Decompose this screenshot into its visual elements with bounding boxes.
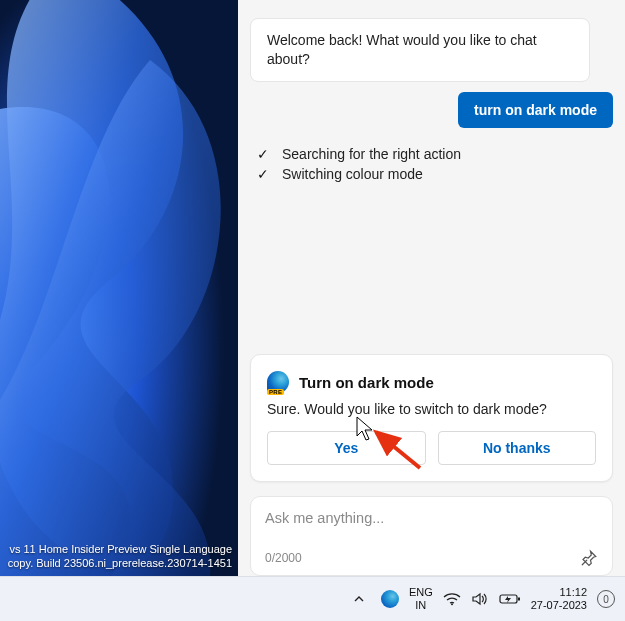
pin-icon[interactable] bbox=[580, 549, 598, 567]
notification-center-button[interactable]: 0 bbox=[597, 577, 615, 621]
tray-edge-icon[interactable] bbox=[381, 577, 399, 621]
chevron-up-icon bbox=[353, 593, 365, 605]
yes-button[interactable]: Yes bbox=[267, 431, 426, 465]
build-watermark: vs 11 Home Insider Preview Single Langua… bbox=[8, 542, 232, 570]
copilot-chat-panel: Welcome back! What would you like to cha… bbox=[238, 0, 625, 576]
no-thanks-button[interactable]: No thanks bbox=[438, 431, 597, 465]
taskbar: ENGIN 11:1227-07-2023 0 bbox=[0, 576, 625, 621]
battery-icon[interactable] bbox=[499, 577, 521, 621]
char-counter: 0/2000 bbox=[265, 551, 302, 565]
assistant-message: Welcome back! What would you like to cha… bbox=[250, 18, 590, 82]
chat-input-card: 0/2000 bbox=[250, 496, 613, 576]
user-message: turn on dark mode bbox=[458, 92, 613, 128]
status-item: ✓ Switching colour mode bbox=[254, 166, 613, 182]
desktop-wallpaper: vs 11 Home Insider Preview Single Langua… bbox=[0, 0, 238, 576]
action-status-list: ✓ Searching for the right action ✓ Switc… bbox=[254, 142, 613, 186]
language-indicator[interactable]: ENGIN bbox=[409, 577, 433, 621]
card-body: Sure. Would you like to switch to dark m… bbox=[267, 401, 596, 417]
notification-badge: 0 bbox=[597, 590, 615, 608]
system-tray: ENGIN 11:1227-07-2023 0 bbox=[347, 577, 625, 621]
clock[interactable]: 11:1227-07-2023 bbox=[531, 577, 587, 621]
tray-overflow-button[interactable] bbox=[347, 577, 371, 621]
confirmation-card: PRE Turn on dark mode Sure. Would you li… bbox=[250, 354, 613, 482]
card-title: Turn on dark mode bbox=[299, 374, 434, 391]
svg-rect-4 bbox=[518, 598, 520, 601]
edge-preview-icon: PRE bbox=[267, 371, 289, 393]
check-icon: ✓ bbox=[254, 166, 272, 182]
svg-point-2 bbox=[451, 603, 453, 605]
check-icon: ✓ bbox=[254, 146, 272, 162]
wifi-icon[interactable] bbox=[443, 577, 461, 621]
volume-icon[interactable] bbox=[471, 577, 489, 621]
status-item: ✓ Searching for the right action bbox=[254, 146, 613, 162]
chat-input[interactable] bbox=[265, 510, 598, 526]
